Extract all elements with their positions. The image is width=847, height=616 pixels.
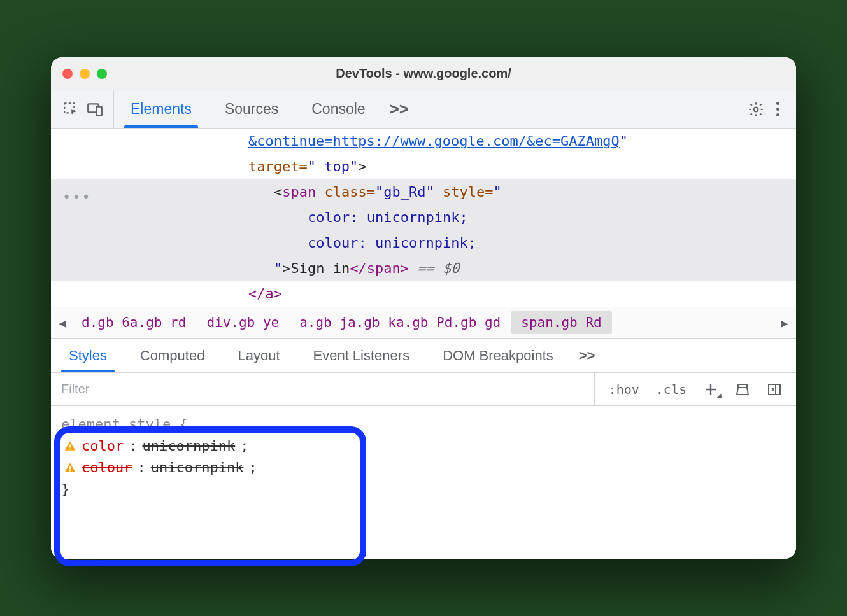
svg-rect-6	[69, 449, 71, 450]
window-title: DevTools - www.google.com/	[51, 66, 796, 81]
dom-line[interactable]: target="_top">	[51, 154, 796, 179]
breadcrumb-item[interactable]: d.gb_6a.gb_rd	[71, 311, 196, 334]
dom-line[interactable]: </a>	[51, 281, 796, 307]
svg-rect-4	[769, 384, 780, 395]
tab-sources[interactable]: Sources	[208, 90, 295, 128]
rule-selector[interactable]: element.style {	[61, 414, 786, 435]
subtab-dom-breakpoints[interactable]: DOM Breakpoints	[426, 339, 570, 372]
inspect-element-icon[interactable]	[61, 100, 80, 119]
breadcrumb-scroll-left-icon[interactable]: ◀	[53, 316, 71, 330]
css-declaration[interactable]: colour: unicornpink;	[61, 457, 786, 479]
toggle-sidebar-icon[interactable]	[759, 378, 790, 401]
subtab-styles[interactable]: Styles	[52, 339, 124, 372]
window-controls	[62, 69, 107, 79]
flexbox-overlay-icon[interactable]	[727, 378, 758, 401]
subtab-computed[interactable]: Computed	[124, 339, 222, 372]
css-declaration[interactable]: color: unicornpink;	[61, 435, 786, 457]
toggle-cls-button[interactable]: .cls	[648, 378, 694, 401]
css-property-name[interactable]: colour	[82, 457, 132, 479]
subtab-event-listeners[interactable]: Event Listeners	[297, 339, 427, 372]
breadcrumb-item[interactable]: div.gb_ye	[196, 311, 289, 334]
tab-console[interactable]: Console	[295, 90, 381, 128]
svg-rect-5	[69, 445, 71, 448]
svg-rect-2	[96, 106, 102, 115]
breadcrumb-item[interactable]: a.gb_ja.gb_ka.gb_Pd.gb_gd	[289, 311, 511, 334]
expand-siblings-icon[interactable]: •••	[62, 185, 92, 210]
dom-tree-panel[interactable]: &continue=https://www.google.com/&ec=GAZ…	[51, 129, 796, 307]
dom-selected-node[interactable]: ••• <span class="gb_Rd" style=" color: u…	[51, 179, 796, 281]
tab-elements[interactable]: Elements	[114, 90, 208, 128]
close-window-button[interactable]	[62, 69, 73, 79]
more-menu-icon[interactable]	[768, 100, 787, 119]
warning-icon	[64, 440, 76, 452]
css-property-value[interactable]: unicornpink	[151, 457, 244, 479]
styles-rules-pane[interactable]: element.style { color: unicornpink; colo…	[51, 406, 796, 559]
device-toolbar-icon[interactable]	[85, 100, 104, 119]
css-property-name[interactable]: color	[82, 435, 124, 457]
styles-filter-row: :hov .cls	[51, 373, 796, 406]
maximize-window-button[interactable]	[97, 69, 107, 79]
tabs-overflow-button[interactable]: >>	[382, 90, 416, 128]
settings-gear-icon[interactable]	[746, 100, 765, 119]
styles-toolbar: :hov .cls	[594, 373, 796, 405]
devtools-window: DevTools - www.google.com/	[51, 57, 796, 559]
svg-rect-7	[69, 466, 71, 470]
subtabs-overflow-button[interactable]: >>	[570, 339, 604, 372]
toggle-hov-button[interactable]: :hov	[601, 378, 647, 401]
rule-brace-close: }	[61, 479, 786, 500]
dom-line[interactable]: &continue=https://www.google.com/&ec=GAZ…	[51, 129, 796, 154]
svg-point-3	[754, 107, 758, 111]
breadcrumb-item-current[interactable]: span.gb_Rd	[511, 311, 611, 334]
subtab-layout[interactable]: Layout	[221, 339, 296, 372]
breadcrumb-scroll-right-icon[interactable]: ▶	[776, 316, 794, 330]
warning-icon	[64, 461, 76, 474]
styles-subtab-bar: Styles Computed Layout Event Listeners D…	[51, 339, 796, 373]
new-style-rule-button[interactable]	[695, 378, 726, 401]
css-property-value[interactable]: unicornpink	[142, 435, 235, 457]
main-toolbar: Elements Sources Console >>	[51, 90, 796, 129]
svg-rect-8	[69, 470, 71, 472]
minimize-window-button[interactable]	[80, 69, 90, 79]
title-bar: DevTools - www.google.com/	[51, 57, 796, 90]
styles-filter-input[interactable]	[51, 373, 594, 405]
dom-breadcrumb: ◀ d.gb_6a.gb_rd div.gb_ye a.gb_ja.gb_ka.…	[51, 307, 796, 339]
main-tabs: Elements Sources Console	[114, 90, 382, 128]
